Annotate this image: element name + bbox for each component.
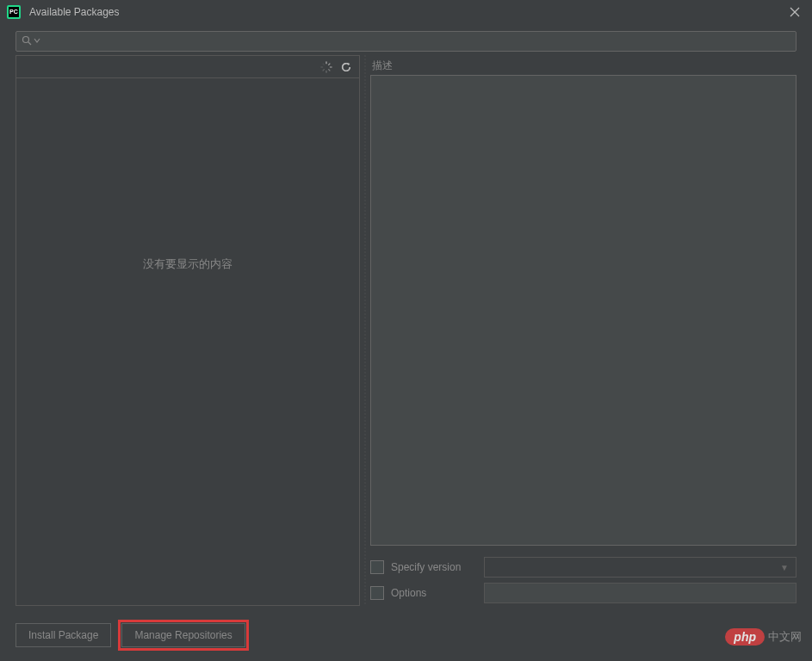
manage-repositories-button[interactable]: Manage Repositories bbox=[121, 623, 245, 647]
details-panel: 描述 Specify version ▼ Options bbox=[370, 55, 797, 606]
svg-line-14 bbox=[323, 64, 324, 65]
svg-line-10 bbox=[329, 69, 330, 70]
install-package-button[interactable]: Install Package bbox=[15, 623, 111, 647]
options-row: Options bbox=[370, 580, 797, 606]
close-button[interactable] bbox=[784, 2, 805, 22]
specify-version-label: Specify version bbox=[391, 561, 477, 573]
close-icon bbox=[790, 7, 800, 17]
options-label: Options bbox=[391, 587, 477, 599]
search-filter-chevron-icon[interactable] bbox=[34, 37, 40, 46]
watermark: php 中文网 bbox=[725, 628, 802, 646]
watermark-text: 中文网 bbox=[768, 629, 802, 645]
titlebar: PC Available Packages bbox=[0, 0, 812, 24]
search-input[interactable] bbox=[15, 31, 797, 52]
package-list-header bbox=[16, 56, 359, 78]
package-list-body: 没有要显示的内容 bbox=[16, 78, 359, 605]
refresh-icon bbox=[340, 61, 352, 73]
svg-line-12 bbox=[323, 69, 324, 70]
app-icon: PC bbox=[7, 5, 21, 19]
loading-spinner-icon bbox=[319, 60, 333, 74]
watermark-badge: php bbox=[725, 628, 765, 646]
description-label: 描述 bbox=[370, 55, 797, 75]
main-content: 没有要显示的内容 描述 Specify version ▼ Options bbox=[15, 55, 797, 606]
chevron-down-icon: ▼ bbox=[780, 563, 789, 572]
bottom-bar: Install Package Manage Repositories bbox=[15, 623, 797, 647]
svg-point-5 bbox=[23, 36, 29, 42]
svg-line-6 bbox=[28, 42, 31, 45]
search-icon bbox=[22, 35, 32, 48]
panel-splitter[interactable] bbox=[360, 55, 370, 606]
refresh-button[interactable] bbox=[338, 59, 354, 75]
specify-version-checkbox[interactable] bbox=[370, 560, 384, 574]
version-select[interactable]: ▼ bbox=[484, 557, 797, 578]
package-list-panel: 没有要显示的内容 bbox=[15, 55, 360, 606]
svg-text:PC: PC bbox=[9, 9, 18, 15]
svg-line-8 bbox=[329, 64, 330, 65]
specify-version-row: Specify version ▼ bbox=[370, 554, 797, 580]
options-input[interactable] bbox=[484, 583, 797, 603]
window-title: Available Packages bbox=[29, 6, 784, 18]
description-box bbox=[370, 75, 797, 546]
search-row bbox=[0, 24, 812, 55]
options-checkbox[interactable] bbox=[370, 586, 384, 600]
empty-list-text: 没有要显示的内容 bbox=[143, 256, 232, 272]
